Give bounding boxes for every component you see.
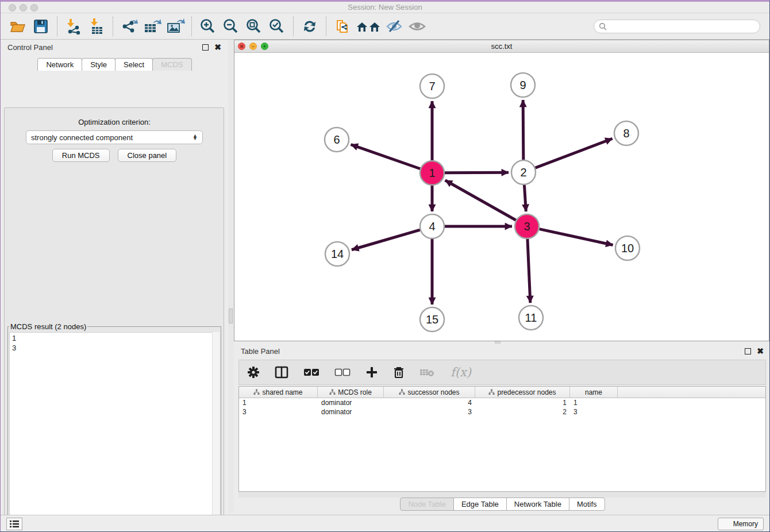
column-label: MCDS role <box>338 388 372 396</box>
graph-edge-1-6[interactable] <box>351 145 421 169</box>
cell-shared-name[interactable]: 1 <box>239 399 318 407</box>
open-session-button[interactable] <box>6 16 29 37</box>
cell-predecessor-nodes[interactable]: 1 <box>475 399 570 407</box>
graph-edge-3-11[interactable] <box>528 239 530 303</box>
splitter-grip[interactable] <box>229 309 233 323</box>
zoom-out-button[interactable] <box>220 16 242 37</box>
run-mcds-button[interactable]: Run MCDS <box>52 149 110 162</box>
column-type-icon <box>253 389 260 395</box>
settings-gear-icon[interactable] <box>247 366 260 379</box>
column-header-name[interactable]: name <box>570 387 618 398</box>
graph-edge-2-9[interactable] <box>523 100 523 160</box>
column-header-filler <box>618 387 765 398</box>
float-panel-icon[interactable] <box>202 44 209 51</box>
mcds-scrollbar[interactable] <box>212 332 220 532</box>
hide-selected-button[interactable] <box>383 16 406 37</box>
network-close-button[interactable]: ✕ <box>238 43 245 50</box>
table-toolbar: f(x) <box>238 360 766 385</box>
window-zoom-button[interactable] <box>30 4 38 11</box>
tab-mcds[interactable]: MCDS <box>152 58 191 71</box>
close-table-panel-icon[interactable]: ✖ <box>757 348 764 354</box>
criterion-value: strongly connected component <box>31 133 192 142</box>
tab-edge-table[interactable]: Edge Table <box>453 498 507 511</box>
window-close-button[interactable] <box>9 4 16 11</box>
column-header-shared-name[interactable]: shared name <box>239 387 318 398</box>
column-header-predecessor-nodes[interactable]: predecessor nodes <box>475 387 570 398</box>
export-image-button[interactable] <box>164 16 187 37</box>
table-row[interactable]: 3 dominator 3 2 3 <box>239 407 765 417</box>
tab-style[interactable]: Style <box>82 58 116 71</box>
search-input[interactable] <box>607 21 760 32</box>
graph-edge-4-14[interactable] <box>352 230 420 250</box>
show-all-button[interactable] <box>406 16 429 37</box>
save-session-button[interactable] <box>29 16 52 37</box>
zoom-in-icon <box>199 17 217 36</box>
graph-node-label-8: 8 <box>623 127 629 140</box>
close-panel-button[interactable]: Close panel <box>118 149 177 162</box>
cell-name[interactable]: 3 <box>570 408 618 416</box>
tab-select[interactable]: Select <box>115 58 153 71</box>
eye-slash-icon <box>385 18 403 35</box>
cell-successor-nodes[interactable]: 4 <box>384 399 475 407</box>
column-header-mcds-role[interactable]: MCDS role <box>318 387 384 398</box>
graph-edge-1-2[interactable] <box>445 172 509 173</box>
network-minimize-button[interactable]: − <box>249 43 257 50</box>
graph-edge-2-3[interactable] <box>524 185 526 211</box>
first-neighbors-icon <box>333 17 352 36</box>
cell-mcds-role[interactable]: dominator <box>318 408 384 416</box>
graph-node-label-7: 7 <box>429 80 435 92</box>
import-table-button[interactable] <box>85 16 108 37</box>
export-network-button[interactable] <box>118 16 141 37</box>
graph-node-label-14: 14 <box>331 248 344 260</box>
vertical-splitter[interactable] <box>228 40 234 513</box>
zoom-in-button[interactable] <box>197 16 220 37</box>
memory-status-dot <box>723 521 730 527</box>
graph-node-label-11: 11 <box>525 311 537 324</box>
tab-network-table[interactable]: Network Table <box>506 498 569 511</box>
export-table-button[interactable] <box>141 16 164 37</box>
mcds-result-text[interactable]: 1 3 <box>9 332 220 532</box>
import-network-button[interactable] <box>62 16 85 37</box>
float-table-panel-icon[interactable] <box>745 348 751 354</box>
first-neighbors-button[interactable] <box>331 16 354 37</box>
graph-edge-3-1[interactable] <box>445 180 516 220</box>
control-panel-header: Control Panel ✖ <box>1 40 228 55</box>
add-column-icon[interactable] <box>365 366 378 379</box>
select-all-icon[interactable] <box>303 367 319 378</box>
network-graph[interactable]: 7968124314101511 <box>234 53 769 341</box>
status-bar: Memory <box>1 515 769 532</box>
function-builder-icon[interactable]: f(x) <box>451 365 471 379</box>
zoom-selected-button[interactable] <box>265 16 288 37</box>
close-panel-icon[interactable]: ✖ <box>214 44 221 51</box>
cell-shared-name[interactable]: 3 <box>239 408 318 416</box>
tab-node-table[interactable]: Node Table <box>400 498 454 511</box>
cell-successor-nodes[interactable]: 3 <box>384 408 475 416</box>
table-row[interactable]: 1 dominator 4 1 1 <box>239 398 765 407</box>
memory-button[interactable]: Memory <box>718 518 764 530</box>
tab-network[interactable]: Network <box>37 58 82 71</box>
column-header-successor-nodes[interactable]: successor nodes <box>384 387 475 398</box>
cell-predecessor-nodes[interactable]: 2 <box>475 408 570 416</box>
zoom-fit-button[interactable] <box>242 16 265 37</box>
column-label: name <box>585 388 602 396</box>
split-panel-icon[interactable] <box>275 366 288 379</box>
delete-column-trash-icon[interactable] <box>393 366 405 379</box>
tab-motifs[interactable]: Motifs <box>569 498 605 511</box>
network-window-title: scc.txt <box>234 42 769 51</box>
delete-table-icon[interactable] <box>419 367 436 378</box>
deselect-all-icon[interactable] <box>334 367 351 378</box>
home-layout-button[interactable] <box>354 16 383 37</box>
search-field[interactable] <box>594 20 760 33</box>
refresh-button[interactable] <box>298 16 321 37</box>
mcds-result-box: MCDS result (2 nodes) 1 3 <box>7 322 221 532</box>
task-history-button[interactable] <box>6 518 22 530</box>
graph-edge-2-8[interactable] <box>536 138 613 168</box>
table-header-row: shared name MCDS role successor nodes pr… <box>239 387 765 398</box>
graph-node-label-3: 3 <box>523 220 530 233</box>
criterion-dropdown[interactable]: strongly connected component ▲▼ <box>26 130 203 144</box>
network-zoom-button[interactable]: + <box>261 43 268 50</box>
graph-edge-3-10[interactable] <box>539 229 613 245</box>
cell-name[interactable]: 1 <box>570 399 618 407</box>
cell-mcds-role[interactable]: dominator <box>318 399 384 407</box>
window-minimize-button[interactable] <box>20 4 27 11</box>
